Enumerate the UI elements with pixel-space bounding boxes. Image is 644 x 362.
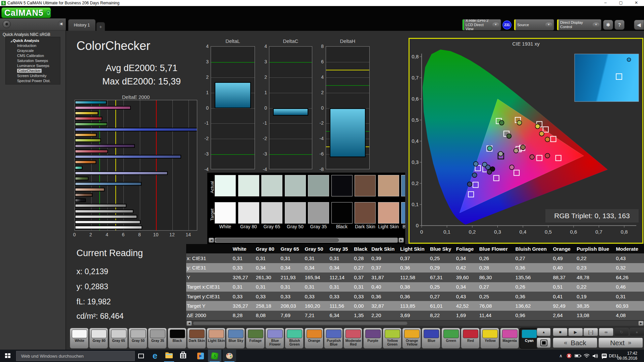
table-cell: 86,30 (479, 275, 515, 280)
taskbar-search-input[interactable]: Web und Windows durchsuchen (16, 351, 135, 361)
store-button[interactable] (176, 350, 190, 362)
pattern-button-bluish-green[interactable]: Bluish Green (285, 328, 304, 349)
collapse-panel-button[interactable]: ◀ (634, 20, 644, 30)
deltae-bar-yellow (75, 111, 98, 115)
pattern-window-button[interactable] (537, 338, 551, 348)
strip-collapse-button[interactable]: ▲ (537, 328, 551, 336)
pattern-button-blue-sky[interactable]: Blue Sky (226, 328, 245, 349)
play-button[interactable]: ▶ (568, 328, 583, 336)
swatch-label: Gray 65 (261, 224, 282, 229)
sidebar-item-screen-uniformity[interactable]: Screen Uniformity (6, 73, 60, 78)
help-button[interactable]: ? (614, 20, 625, 30)
cie-measured-point (517, 120, 522, 125)
pattern-button-blue-flower[interactable]: Blue Flower (265, 328, 284, 349)
loop-button[interactable]: ∞ (599, 328, 613, 336)
back-button[interactable]: « Back (553, 338, 597, 348)
pattern-button-gray-65[interactable]: Gray 65 (109, 328, 128, 349)
sidebar-item-spectral-power-dist-[interactable]: Spectral Power Dist. (6, 78, 60, 83)
calman-logo-menu[interactable]: CalMAN5 ▼ (1, 7, 51, 18)
source-dropdown[interactable]: Source ▼ (514, 19, 554, 31)
step-button[interactable]: [··] (583, 328, 598, 336)
meter-dropdown[interactable]: X-Rite i1Pro 2 LCD Direct View ▼ (462, 19, 501, 31)
stop-button[interactable]: ■ (553, 328, 568, 336)
settings-button[interactable]: ✱ (603, 20, 613, 30)
refresh-button[interactable]: ↻ (614, 328, 629, 336)
media-player-button[interactable]: ▶ (194, 350, 207, 362)
pattern-button-black[interactable]: Black (168, 328, 186, 349)
svg-text:0,8: 0,8 (621, 229, 628, 235)
pattern-button-gray-35[interactable]: Gray 35 (148, 328, 167, 349)
sidebar-item-colorchecker[interactable]: ColorChecker (6, 68, 60, 73)
sidebar-item-quick-analysis[interactable]: Quick Analysis (6, 38, 60, 43)
column-header: Gray 35 (329, 246, 353, 252)
svg-text:0,5: 0,5 (412, 117, 419, 123)
taskbar-clock[interactable]: 17:42 09.05.2016 (617, 351, 637, 361)
swatch-scrollbar[interactable] (215, 238, 398, 243)
sidebar-collapse-button[interactable]: ◀ (58, 20, 64, 27)
sidebar-item-grayscale[interactable]: Grayscale (6, 48, 60, 53)
sidebar-item-cms-calibration[interactable]: CMS Calibration (6, 53, 60, 58)
table-scrollbar-thumb[interactable] (193, 321, 408, 325)
next-button[interactable]: Next » (598, 338, 643, 348)
pattern-button-orange-yellow[interactable]: Orange Yellow (402, 328, 421, 349)
pattern-button-yellow-green[interactable]: Yellow Green (383, 328, 401, 349)
start-button[interactable] (0, 350, 16, 362)
pattern-button-orange[interactable]: Orange (305, 328, 323, 349)
gridline (211, 108, 255, 109)
record-button[interactable]: ● (630, 328, 644, 336)
pattern-button-white[interactable]: White (70, 328, 89, 349)
volume-indicator[interactable] (591, 350, 600, 362)
column-header: Blue Flower (479, 246, 515, 252)
sidebar-item-introduction[interactable]: Introduction (6, 43, 60, 48)
target-swatch-blue-sky (401, 202, 405, 224)
deltaC-title: DeltaC (269, 38, 312, 44)
table-scrollbar[interactable]: ◀ ▶ (186, 321, 644, 326)
sidebar-item-saturation-sweeps[interactable]: Saturation Sweeps (6, 58, 60, 63)
paint-app-button[interactable] (223, 350, 236, 362)
file-explorer-button[interactable] (162, 350, 176, 362)
table-row: Target x:CIE310,310,310,310,310,310,310,… (186, 282, 644, 292)
edge-browser-button[interactable]: e (148, 350, 162, 362)
minimize-button[interactable]: – (598, 0, 613, 6)
table-cell: 0,31 (353, 284, 371, 290)
tray-expand-button[interactable]: ∧ (557, 350, 565, 362)
record-dot-button[interactable] (3, 20, 11, 28)
pattern-button-gray-50[interactable]: Gray 50 (128, 328, 147, 349)
pattern-button-purple[interactable]: Purple (363, 328, 382, 349)
pattern-chip (130, 329, 146, 338)
battery-indicator[interactable] (573, 350, 582, 362)
display-control-dropdown[interactable]: Direct Display Control ▼ (557, 19, 601, 31)
swatch-scrollbar-thumb[interactable] (215, 238, 339, 242)
tab-history-1[interactable]: History 1 (68, 19, 96, 31)
scroll-right-icon[interactable]: ▶ (398, 238, 404, 243)
tab-add-button[interactable]: + (96, 22, 105, 31)
scroll-right-icon[interactable]: ▶ (638, 321, 644, 326)
tray-app-button[interactable] (565, 350, 573, 362)
pattern-button-dark-skin[interactable]: Dark Skin (187, 328, 206, 349)
pattern-button-foliage[interactable]: Foliage (246, 328, 265, 349)
pattern-button-gray-80[interactable]: Gray 80 (89, 328, 108, 349)
row-label: ΔE 2000 (186, 312, 232, 318)
pattern-button-red[interactable]: Red (461, 328, 480, 349)
calman-taskbar-button[interactable]: 5 (208, 350, 221, 362)
table-cell: 0,36 (515, 265, 552, 270)
scroll-left-icon[interactable]: ◀ (209, 238, 214, 243)
wifi-indicator[interactable] (582, 350, 591, 362)
pattern-button-light-skin[interactable]: Light Skin (207, 328, 225, 349)
maximize-button[interactable]: ▢ (613, 0, 629, 6)
chevron-down-icon: ▼ (593, 22, 599, 27)
pattern-button-yellow[interactable]: Yellow (480, 328, 499, 349)
scroll-left-icon[interactable]: ◀ (186, 321, 192, 326)
sidebar-item-luminance-sweeps[interactable]: Luminance Sweeps (6, 63, 60, 68)
pattern-button-blue[interactable]: Blue (422, 328, 440, 349)
tab-add-icon: + (99, 24, 102, 29)
pattern-button-green[interactable]: Green (441, 328, 460, 349)
pattern-button-purplish-blue[interactable]: Purplish Blue (324, 328, 343, 349)
action-center-button[interactable] (600, 350, 608, 362)
pattern-button-cyan[interactable]: Cyan (520, 328, 538, 349)
task-view-button[interactable] (134, 350, 148, 362)
deltaL-y-tick: -3 (199, 151, 209, 157)
pattern-button-magenta[interactable]: Magenta (500, 328, 519, 349)
pattern-button-moderate-red[interactable]: Moderate Red (343, 328, 362, 349)
close-button[interactable]: ✕ (629, 0, 644, 6)
